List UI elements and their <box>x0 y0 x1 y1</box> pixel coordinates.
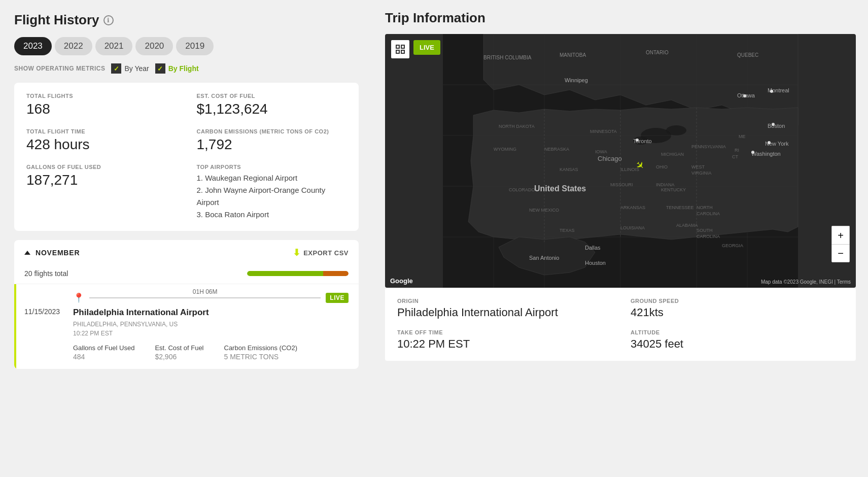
carbon-metric-label: Carbon Emissions (CO2) <box>224 344 298 352</box>
table-row[interactable]: 11/15/2023 📍 01H 06M LIVE Philadelphia I… <box>14 284 359 369</box>
carbon-label: CARBON EMISSIONS (METRIC TONS OF CO2) <box>197 128 347 134</box>
svg-text:MINNESOTA: MINNESOTA <box>590 129 617 134</box>
export-label: EXPORT CSV <box>303 249 349 257</box>
svg-text:United States: United States <box>534 184 586 193</box>
zoom-controls: + − <box>831 226 850 262</box>
svg-text:ALABAMA: ALABAMA <box>676 223 698 228</box>
toggle-by-year-label: By Year <box>124 64 149 73</box>
flights-total: 20 flights total <box>24 269 68 278</box>
svg-text:KENTUCKY: KENTUCKY <box>661 187 686 192</box>
svg-text:Toronto: Toronto <box>633 138 652 144</box>
year-selector: 2023 2022 2021 2020 2019 <box>14 37 359 55</box>
total-flights-label: TOTAL FLIGHTS <box>26 93 177 99</box>
svg-text:NORTH: NORTH <box>697 205 713 210</box>
svg-text:ME: ME <box>739 134 746 139</box>
zoom-out-button[interactable]: − <box>831 244 850 262</box>
checkbox-by-flight[interactable] <box>155 63 165 74</box>
svg-text:Chicago: Chicago <box>598 155 622 162</box>
map-footer: Google Map data ©2023 Google, INEGI | Te… <box>385 274 856 288</box>
pin-icon: 📍 <box>73 292 84 303</box>
svg-text:MISSOURI: MISSOURI <box>610 182 633 187</box>
flight-duration: 01H 06M <box>193 288 218 295</box>
svg-text:TEXAS: TEXAS <box>560 228 575 233</box>
flight-time-value: 428 hours <box>26 137 177 153</box>
svg-text:TENNESSEE: TENNESSEE <box>666 205 694 210</box>
year-btn-2023[interactable]: 2023 <box>14 37 52 55</box>
fullscreen-button[interactable] <box>391 40 409 58</box>
takeoff-label: TAKE OFF TIME <box>397 329 610 335</box>
altitude-label: ALTITUDE <box>631 329 844 335</box>
live-map-badge: LIVE <box>413 40 440 55</box>
svg-text:KANSAS: KANSAS <box>560 167 578 172</box>
svg-text:Boston: Boston <box>768 123 785 129</box>
svg-text:GEORGIA: GEORGIA <box>722 243 743 248</box>
metrics-grid: TOTAL FLIGHTS 168 EST. COST OF FUEL $1,1… <box>26 93 346 221</box>
flight-metrics: Gallons of Fuel Used 484 Est. Cost of Fu… <box>73 344 349 361</box>
fuel-label: Gallons of Fuel Used <box>73 344 134 352</box>
svg-point-60 <box>743 94 746 97</box>
chevron-up-icon <box>24 251 30 255</box>
svg-text:NORTH DAKOTA: NORTH DAKOTA <box>499 124 535 129</box>
origin-detail: ORIGIN Philadelphia International Airpor… <box>397 298 610 319</box>
map-controls: LIVE <box>391 40 440 58</box>
takeoff-detail: TAKE OFF TIME 10:22 PM EST <box>397 329 610 351</box>
svg-text:MICHIGAN: MICHIGAN <box>661 152 684 157</box>
takeoff-value: 10:22 PM EST <box>397 337 610 351</box>
cost-label: Est. Cost of Fuel <box>155 344 203 352</box>
ground-speed-label: GROUND SPEED <box>631 298 844 304</box>
svg-rect-66 <box>396 45 399 48</box>
metric-carbon: CARBON EMISSIONS (METRIC TONS OF CO2) 1,… <box>197 128 347 153</box>
progress-orange <box>323 271 349 276</box>
origin-label: ORIGIN <box>397 298 610 304</box>
altitude-detail: ALTITUDE 34025 feet <box>631 329 844 351</box>
year-btn-2021[interactable]: 2021 <box>95 37 133 55</box>
right-panel: Trip Information Wi <box>373 0 868 477</box>
svg-text:CAROLINA: CAROLINA <box>697 211 720 216</box>
flight-route: 📍 01H 06M LIVE <box>73 292 349 303</box>
flights-summary: 20 flights total <box>14 265 359 284</box>
svg-rect-69 <box>401 50 404 53</box>
metric-top-airports: TOP AIRPORTS 1. Waukegan Regional Airpor… <box>197 164 347 221</box>
origin-value: Philadelphia International Airport <box>397 306 610 319</box>
toggle-by-year[interactable]: By Year <box>111 63 149 74</box>
svg-text:CT: CT <box>732 154 738 159</box>
svg-point-62 <box>772 123 775 126</box>
export-csv-button[interactable]: ⬇ EXPORT CSV <box>293 247 349 258</box>
svg-text:WEST: WEST <box>691 164 705 169</box>
map-attribution: Map data ©2023 Google, INEGI | Terms <box>761 279 851 285</box>
metric-flight-time: TOTAL FLIGHT TIME 428 hours <box>26 128 177 153</box>
svg-text:ARKANSAS: ARKANSAS <box>620 205 645 210</box>
map-container: Winnipeg Ottawa Montreal Boston New York… <box>385 34 856 288</box>
svg-point-64 <box>751 151 754 154</box>
carbon-metric: Carbon Emissions (CO2) 5 METRIC TONS <box>224 344 298 361</box>
svg-text:SOUTH: SOUTH <box>697 228 713 233</box>
svg-text:ONTARIO: ONTARIO <box>646 50 669 55</box>
svg-point-63 <box>768 141 771 144</box>
info-icon[interactable]: ℹ <box>103 15 114 25</box>
november-title[interactable]: NOVEMBER <box>24 249 80 257</box>
flight-details: 📍 01H 06M LIVE Philadelphia Internationa… <box>73 292 349 361</box>
year-btn-2020[interactable]: 2020 <box>135 37 173 55</box>
airport-name: Philadelphia International Airport <box>73 308 349 318</box>
svg-text:Dallas: Dallas <box>585 245 601 251</box>
year-btn-2022[interactable]: 2022 <box>55 37 92 55</box>
toggle-by-flight[interactable]: By Flight <box>155 63 199 74</box>
checkbox-by-year[interactable] <box>111 63 121 74</box>
metric-gallons: GALLONS OF FUEL USED 187,271 <box>26 164 177 221</box>
zoom-in-button[interactable]: + <box>831 226 850 244</box>
year-btn-2019[interactable]: 2019 <box>176 37 214 55</box>
svg-text:Winnipeg: Winnipeg <box>565 77 588 83</box>
metrics-toggle: SHOW OPERATING METRICS By Year By Flight <box>14 63 359 74</box>
svg-text:LOUISIANA: LOUISIANA <box>620 225 645 230</box>
svg-text:PENNSYLVANIA: PENNSYLVANIA <box>691 144 726 149</box>
airport-city: PHILADELPHIA, PENNSYLVANIA, US <box>73 321 178 328</box>
svg-text:San Antonio: San Antonio <box>529 255 559 261</box>
altitude-value: 34025 feet <box>631 337 844 351</box>
svg-text:RI: RI <box>735 148 739 153</box>
trip-info-title: Trip Information <box>385 10 856 26</box>
fuel-metric: Gallons of Fuel Used 484 <box>73 344 134 361</box>
november-header: NOVEMBER ⬇ EXPORT CSV <box>14 240 359 265</box>
flight-time-label: TOTAL FLIGHT TIME <box>26 128 177 134</box>
ground-speed-detail: GROUND SPEED 421kts <box>631 298 844 319</box>
svg-text:WYOMING: WYOMING <box>494 147 516 152</box>
